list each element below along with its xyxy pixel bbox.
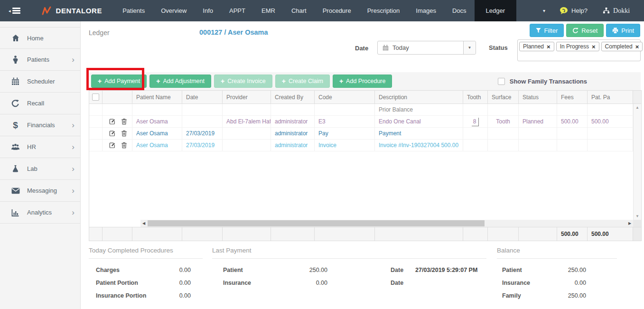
select-all-checkbox[interactable] <box>92 94 99 101</box>
dentalore-logo-icon <box>41 6 52 16</box>
hamburger-icon <box>12 7 20 15</box>
plus-icon: + <box>221 77 224 85</box>
nav-item-emr[interactable]: EMR <box>253 0 283 21</box>
cell-provider <box>223 104 271 116</box>
total-pat-pay: 500.00 <box>588 227 633 241</box>
status-filter-label: Status <box>489 44 508 51</box>
show-family-checkbox[interactable] <box>498 78 505 85</box>
col-pat-pay: Pat. Pa <box>588 91 633 104</box>
cell-created-by: administrator <box>271 116 315 128</box>
col-provider: Provider <box>223 91 271 104</box>
total-fees: 500.00 <box>557 227 588 241</box>
delete-icon[interactable] <box>121 142 127 149</box>
print-button[interactable]: Print <box>606 24 640 37</box>
summary-row: Charges 0.00 <box>89 267 191 273</box>
patient-link[interactable]: 000127 / Aser Osama <box>199 28 268 36</box>
summary-row: Patient Portion 0.00 <box>89 280 191 286</box>
nav-item-images[interactable]: Images <box>408 0 444 21</box>
scrollbar-thumb[interactable] <box>148 220 485 226</box>
vertical-scrollbar[interactable]: ▲ ▼ <box>633 104 641 220</box>
sidebar-item-lab[interactable]: Lab › <box>0 158 80 180</box>
delete-icon[interactable] <box>121 118 127 125</box>
nav-item-patients[interactable]: Patients <box>114 0 153 21</box>
sidebar-item-financials[interactable]: $ Financials › <box>0 114 80 136</box>
col-patient-name: Patient Name <box>132 91 182 104</box>
section-title: Last Payment <box>212 247 486 259</box>
status-tag-label: In Progress <box>560 43 589 50</box>
cell-surface: Tooth <box>488 116 519 128</box>
table-row-payment[interactable]: Aser Osama 27/03/2019 administrator Pay … <box>89 128 641 140</box>
nav-item-ledger[interactable]: Ledger <box>475 0 516 21</box>
status-tag-planned: Planned × <box>519 42 554 51</box>
status-multiselect[interactable]: Planned × In Progress × Completed × <box>517 39 641 61</box>
cell-created-by <box>271 104 315 116</box>
sidebar-item-recall[interactable]: Recall <box>0 93 80 114</box>
main-content: Ledger 000127 / Aser Osama Filter Reset … <box>81 21 644 309</box>
summary-row: Patient 250.00 <box>497 267 617 273</box>
scroll-left-icon[interactable]: ◀ <box>140 221 147 225</box>
help-button[interactable]: Help? <box>552 7 595 15</box>
nav-item-info[interactable]: Info <box>195 0 221 21</box>
horizontal-scrollbar[interactable]: ◀ ▶ <box>140 220 633 227</box>
summary-row: Insurance 0.00 <box>497 280 617 286</box>
sidebar-item-label: HR <box>27 143 36 150</box>
edit-icon[interactable] <box>109 130 116 137</box>
plus-icon: + <box>282 77 286 85</box>
user-menu[interactable]: System Administrator ▾ <box>637 4 644 18</box>
today-completed-section: Today Completed Procedures Charges 0.00 … <box>89 247 203 299</box>
app-window: ◂ DENTALORE Patients Overview Info APPT … <box>0 0 644 309</box>
nav-item-docs[interactable]: Docs <box>444 0 475 21</box>
scroll-right-icon[interactable]: ▶ <box>626 221 633 225</box>
nav-item-overview[interactable]: Overview <box>153 0 195 21</box>
table-row-procedure[interactable]: Aser Osama Abd El-7alem Hafez administra… <box>89 116 641 128</box>
nav-item-procedure[interactable]: Procedure <box>315 0 359 21</box>
sidebar-item-scheduler[interactable]: Scheduler <box>0 71 80 93</box>
add-payment-button[interactable]: + Add Payment <box>91 75 147 88</box>
sidebar-item-analytics[interactable]: Analytics › <box>0 202 80 224</box>
add-adjustment-label: Add Adjustment <box>163 78 205 84</box>
delete-icon[interactable] <box>121 130 127 137</box>
status-tag-completed: Completed × <box>601 42 643 51</box>
nav-item-appt[interactable]: APPT <box>221 0 253 21</box>
cell-date <box>182 116 223 128</box>
reset-button[interactable]: Reset <box>566 24 604 37</box>
edit-icon[interactable] <box>109 118 116 125</box>
filter-button[interactable]: Filter <box>530 24 564 37</box>
remove-tag-icon[interactable]: × <box>635 44 639 50</box>
bar-chart-icon <box>9 209 22 216</box>
chevron-right-icon: › <box>72 165 75 173</box>
plus-icon: + <box>98 77 102 85</box>
sidebar-item-hr[interactable]: HR › <box>0 136 80 158</box>
nav-item-chart[interactable]: Chart <box>283 0 315 21</box>
clinic-selector[interactable]: Dokki <box>595 7 637 15</box>
nav-item-prescription[interactable]: Prescription <box>359 0 408 21</box>
table-row-prior-balance[interactable]: Prior Balance <box>89 104 641 116</box>
remove-tag-icon[interactable]: × <box>592 44 596 50</box>
section-title: Balance <box>497 247 617 259</box>
print-button-label: Print <box>621 27 634 34</box>
date-range-select[interactable]: Today ▼ <box>377 41 476 55</box>
section-title: Today Completed Procedures <box>89 247 203 259</box>
remove-tag-icon[interactable]: × <box>547 44 551 50</box>
calendar-icon <box>9 77 22 85</box>
ledger-actions: Filter Reset Print <box>530 24 640 37</box>
sidebar-collapse-button[interactable]: ◂ <box>9 0 20 21</box>
col-status: Status <box>519 91 557 104</box>
sidebar-item-patients[interactable]: Patients › <box>0 49 80 71</box>
sidebar-item-messaging[interactable]: Messaging › <box>0 180 80 202</box>
reset-button-label: Reset <box>581 27 597 34</box>
scroll-down-icon[interactable]: ▼ <box>635 214 639 218</box>
scroll-up-icon[interactable]: ▲ <box>635 105 639 110</box>
create-claim-button[interactable]: + Create Claim <box>275 75 330 88</box>
clinic-name: Dokki <box>613 7 630 15</box>
horizontal-scrollbar-row: ◀ ▶ <box>89 220 641 227</box>
table-row-invoice[interactable]: Aser Osama 27/03/2019 administrator Invo… <box>89 140 641 151</box>
cell-provider <box>223 128 271 140</box>
brand-logo[interactable]: DENTALORE <box>41 0 103 21</box>
nav-overflow-dropdown[interactable]: ▾ <box>536 0 552 21</box>
edit-icon[interactable] <box>109 142 116 149</box>
sidebar-item-home[interactable]: Home <box>0 27 80 49</box>
add-procedure-button[interactable]: + Add Procedure <box>333 75 392 88</box>
create-invoice-button[interactable]: + Create Invoice <box>214 75 272 88</box>
add-adjustment-button[interactable]: + Add Adjustment <box>149 75 211 88</box>
